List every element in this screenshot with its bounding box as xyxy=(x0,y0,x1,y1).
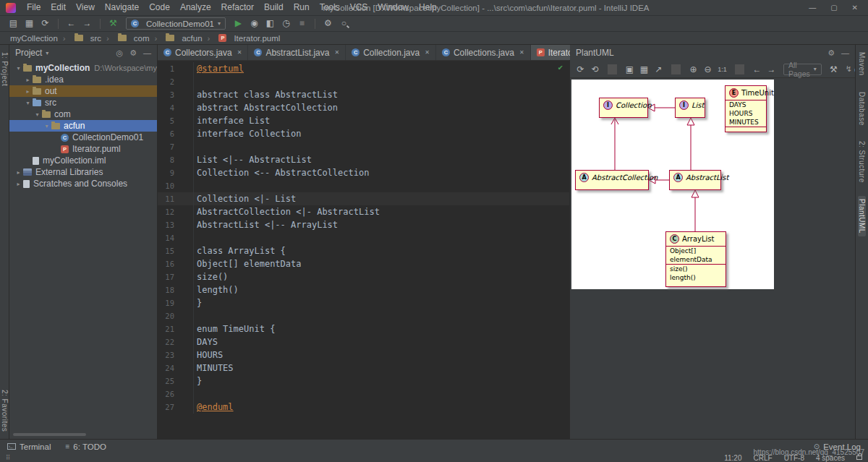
export-icon[interactable]: ↗ xyxy=(654,64,663,74)
code-line[interactable]: 8 List <|-- AbstractList xyxy=(158,153,569,166)
close-icon[interactable] xyxy=(519,49,524,56)
tool-window-button[interactable]: Maven xyxy=(858,49,866,79)
search-icon[interactable]: ○ xyxy=(338,17,350,30)
code-line[interactable]: 7 xyxy=(158,140,569,153)
code-line[interactable]: 14 xyxy=(158,231,569,244)
menu-item[interactable]: Run xyxy=(289,0,315,15)
run-icon[interactable]: ▶ xyxy=(232,17,244,30)
separator[interactable] xyxy=(608,64,617,74)
tool-window-button[interactable]: Database xyxy=(858,89,866,129)
forward-icon[interactable]: → xyxy=(81,17,93,30)
editor-tab[interactable]: Collections.java xyxy=(436,45,531,60)
editor-tab[interactable]: Collection.java xyxy=(346,45,436,60)
inspection-ok-icon[interactable]: ✔ xyxy=(558,63,563,72)
tree-row[interactable]: ▸ .idea xyxy=(9,74,157,85)
tool-window-button-terminal[interactable]: ›_ Terminal xyxy=(7,442,51,451)
expand-arrow-icon[interactable]: ▾ xyxy=(14,65,23,72)
tree-row[interactable]: ▾ src xyxy=(9,97,157,108)
expand-arrow-icon[interactable]: ▸ xyxy=(14,169,23,176)
run-configuration-select[interactable]: CollectionDemo01 ▾ xyxy=(126,17,226,30)
code-line[interactable]: 26 xyxy=(158,388,569,401)
code-line[interactable]: 10 xyxy=(158,179,569,192)
code-line[interactable]: 3 abstract class AbstractList xyxy=(158,88,569,101)
code-line[interactable]: 15 class ArrayList { xyxy=(158,244,569,257)
breadcrumb-item[interactable]: src xyxy=(58,34,101,43)
menu-item[interactable]: Edit xyxy=(46,0,71,15)
code-line[interactable]: 12 AbstractCollection <|- AbstractList xyxy=(158,205,569,218)
hide-panel-icon[interactable]: — xyxy=(143,48,151,58)
coverage-icon[interactable]: ◧ xyxy=(264,17,276,30)
hide-panel-icon[interactable]: — xyxy=(841,48,849,58)
status-grid-icon[interactable]: ⠿ xyxy=(6,454,11,461)
expand-arrow-icon[interactable]: ▾ xyxy=(42,123,51,129)
sync-icon[interactable]: ⟳ xyxy=(39,17,51,30)
save-diagram-icon[interactable]: ▦ xyxy=(639,64,649,74)
expand-arrow-icon[interactable]: ▸ xyxy=(14,181,23,187)
close-icon[interactable]: ✕ xyxy=(852,4,858,12)
menu-item[interactable]: File xyxy=(22,0,46,15)
code-line[interactable]: 17 size() xyxy=(158,270,569,283)
code-line[interactable]: 22 DAYS xyxy=(158,335,569,348)
separator[interactable] xyxy=(100,19,101,29)
code-line[interactable]: 16 Object[] elementData xyxy=(158,257,569,270)
next-page-icon[interactable]: → xyxy=(767,64,776,74)
code-line[interactable]: 21 enum TimeUnit { xyxy=(158,322,569,335)
code-line[interactable]: 9 Collection <-- AbstractCollection xyxy=(158,166,569,179)
code-line[interactable]: 23 HOURS xyxy=(158,348,569,362)
menu-item[interactable]: Analyze xyxy=(175,0,216,15)
code-line[interactable]: 13 AbstractList <|-- ArrayList xyxy=(158,218,569,231)
copy-diagram-icon[interactable]: ▣ xyxy=(625,64,634,74)
code-line[interactable]: 2 xyxy=(158,75,569,88)
separator[interactable] xyxy=(671,64,681,74)
code-line[interactable]: 18 length() xyxy=(158,283,569,296)
expand-arrow-icon[interactable]: ▸ xyxy=(23,77,33,83)
expand-arrow-icon[interactable]: ▸ xyxy=(23,88,33,95)
actual-size-icon[interactable]: 1:1 xyxy=(718,66,727,73)
open-icon[interactable]: ▤ xyxy=(7,17,20,30)
tree-row[interactable]: ▾ myCollection D:\Workspace\myColle xyxy=(9,62,157,74)
profiler-icon[interactable]: ◷ xyxy=(280,17,292,30)
tree-row[interactable]: CollectionDemo01 xyxy=(9,132,157,143)
menu-item[interactable]: Code xyxy=(144,0,175,15)
back-icon[interactable]: ← xyxy=(65,17,77,30)
editor-tab[interactable]: Collectors.java xyxy=(158,45,248,60)
tool-window-button[interactable]: 2: Structure xyxy=(858,138,866,186)
save-all-icon[interactable]: ▦ xyxy=(23,17,35,30)
close-icon[interactable] xyxy=(425,49,430,56)
tree-row[interactable]: ▸ Scratches and Consoles xyxy=(9,178,157,189)
menu-item[interactable]: Refactor xyxy=(216,0,259,15)
close-icon[interactable] xyxy=(237,49,242,56)
debug-icon[interactable]: ◉ xyxy=(248,17,260,30)
separator[interactable] xyxy=(58,19,59,29)
reload-icon[interactable]: ⟲ xyxy=(590,64,600,74)
code-line[interactable]: 25 } xyxy=(158,375,569,388)
wrench-icon[interactable]: ⚒ xyxy=(829,64,838,74)
breadcrumb-item[interactable]: myCollection xyxy=(10,34,58,43)
breadcrumb-item[interactable]: acfun xyxy=(150,34,203,43)
build-icon[interactable]: ⚒ xyxy=(107,17,119,30)
code-line[interactable]: 4 abstract AbstractCollection xyxy=(158,101,569,114)
code-line[interactable]: 20 xyxy=(158,309,569,322)
tool-window-button-favorites[interactable]: 2: Favorites xyxy=(1,387,9,435)
code-line[interactable]: 27 @enduml xyxy=(158,401,569,414)
project-panel-title[interactable]: Project xyxy=(15,48,42,58)
tree-row[interactable]: ▸ External Libraries xyxy=(9,166,157,178)
tree-row[interactable]: myCollection.iml xyxy=(9,155,157,166)
code-line[interactable]: 24 MINUTES xyxy=(158,362,569,375)
separator[interactable] xyxy=(315,19,315,29)
prev-page-icon[interactable]: ← xyxy=(752,64,762,74)
tool-window-button-project[interactable]: 1: Project xyxy=(1,49,9,89)
stop-icon[interactable]: ■ xyxy=(296,17,308,30)
tree-row[interactable]: ▾ com xyxy=(9,108,157,120)
zoom-in-icon[interactable]: ⊕ xyxy=(689,64,698,74)
code-editor[interactable]: ✔ 1 @startuml 2 3 abstract class Abstrac… xyxy=(158,61,569,439)
menu-item[interactable]: Build xyxy=(259,0,289,15)
uml-diagram-canvas[interactable]: ICollection IList ETimeUnit DAYS HOURS M… xyxy=(571,80,774,289)
code-line[interactable]: 5 interface List xyxy=(158,114,569,127)
menu-item[interactable]: Navigate xyxy=(100,0,144,15)
breadcrumb-item[interactable]: Iterator.puml xyxy=(203,34,281,43)
separator[interactable] xyxy=(735,64,744,74)
chevron-down-icon[interactable]: ▾ xyxy=(46,50,48,56)
refresh-icon[interactable]: ⟳ xyxy=(576,64,585,74)
page-select[interactable]: All Pages ▾ xyxy=(783,64,822,75)
